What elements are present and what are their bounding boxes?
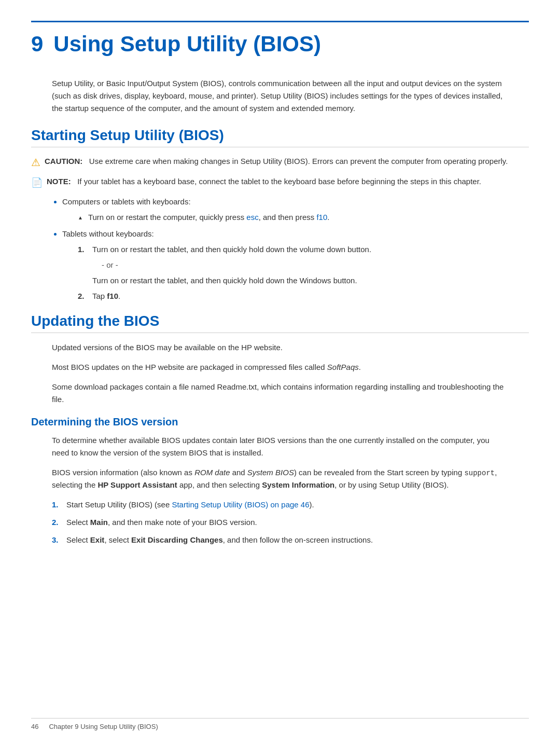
- step-d2-num: 2.: [52, 516, 66, 529]
- page-footer: 46 Chapter 9 Using Setup Utility (BIOS): [31, 718, 529, 730]
- section-starting: Starting Setup Utility (BIOS) ⚠ CAUTION:…: [31, 127, 529, 302]
- determining-step-1: 1. Start Setup Utility (BIOS) (see Start…: [52, 499, 529, 511]
- system-info-bold: System Information: [262, 480, 334, 489]
- subsection-heading-determining: Determining the BIOS version: [31, 416, 529, 428]
- determining-step-3: 3. Select Exit, select Exit Discarding C…: [52, 534, 529, 546]
- step-1-content: Turn on or restart the tablet, and then …: [92, 243, 371, 287]
- caution-icon: ⚠: [31, 156, 40, 169]
- step-2-num: 2.: [78, 290, 92, 302]
- sub-bullet-esc-text: Turn on or restart the computer, quickly…: [88, 211, 330, 224]
- note-box: 📄 NOTE: If your tablet has a keyboard ba…: [31, 176, 529, 188]
- step-d2-text: Select Main, and then make note of your …: [66, 516, 257, 529]
- determining-step-2: 2. Select Main, and then make note of yo…: [52, 516, 529, 529]
- softpaqs-italic: SoftPaqs: [327, 363, 359, 371]
- note-label: NOTE:: [47, 177, 71, 186]
- determining-para2: BIOS version information (also known as …: [52, 466, 508, 491]
- step-2-text: Tap f10.: [92, 290, 120, 302]
- step-d3-num: 3.: [52, 534, 66, 546]
- caution-label: CAUTION:: [45, 157, 82, 165]
- caution-text: CAUTION: Use extreme care when making ch…: [45, 156, 508, 168]
- bullet-item-computers: Computers or tablets with keyboards: ▲ T…: [62, 196, 529, 224]
- caution-box: ⚠ CAUTION: Use extreme care when making …: [31, 156, 529, 169]
- sub-bullet-esc: ▲ Turn on or restart the computer, quick…: [78, 211, 529, 224]
- footer-page-num: 46: [31, 723, 38, 730]
- system-bios-italic: System BIOS: [247, 468, 294, 477]
- tablets-step-1: 1. Turn on or restart the tablet, and th…: [78, 243, 529, 287]
- tablets-steps: 1. Turn on or restart the tablet, and th…: [78, 243, 529, 302]
- note-text: NOTE: If your tablet has a keyboard base…: [47, 176, 481, 188]
- chapter-number: 9: [31, 32, 43, 56]
- support-code: support: [464, 469, 495, 477]
- section-heading-starting: Starting Setup Utility (BIOS): [31, 127, 529, 147]
- note-icon: 📄: [31, 177, 43, 188]
- rom-date-italic: ROM date: [194, 468, 230, 477]
- intro-paragraph: Setup Utility, or Basic Input/Output Sys…: [52, 77, 508, 115]
- footer-chapter-text: Chapter 9 Using Setup Utility (BIOS): [49, 723, 158, 730]
- updating-para3: Some download packages contain a file na…: [52, 381, 508, 406]
- note-body: If your tablet has a keyboard base, conn…: [77, 177, 481, 186]
- step-d1-num: 1.: [52, 499, 66, 511]
- triangle-icon: ▲: [78, 214, 83, 222]
- section-heading-updating: Updating the BIOS: [31, 313, 529, 333]
- updating-para2: Most BIOS updates on the HP website are …: [52, 361, 508, 374]
- caution-body: Use extreme care when making changes in …: [89, 157, 508, 165]
- main-bullet-list: Computers or tablets with keyboards: ▲ T…: [62, 196, 529, 302]
- determining-para1: To determine whether available BIOS upda…: [52, 434, 508, 459]
- sub-bullet-computers: ▲ Turn on or restart the computer, quick…: [78, 211, 529, 224]
- step-1-num: 1.: [78, 243, 92, 256]
- step-d1-text: Start Setup Utility (BIOS) (see Starting…: [66, 499, 314, 511]
- hp-support-bold: HP Support Assistant: [97, 480, 177, 489]
- tablets-step-2: 2. Tap f10.: [78, 290, 529, 302]
- determining-steps: 1. Start Setup Utility (BIOS) (see Start…: [52, 499, 529, 546]
- chapter-header: 9Using Setup Utility (BIOS): [31, 21, 529, 57]
- f10-link: f10: [316, 213, 327, 222]
- updating-para1: Updated versions of the BIOS may be avai…: [52, 341, 508, 354]
- bullet-computers-label: Computers or tablets with keyboards:: [62, 197, 191, 206]
- or-continuation: Turn on or restart the tablet, and then …: [92, 274, 371, 287]
- step-1-text: Turn on or restart the tablet, and then …: [92, 245, 371, 254]
- subsection-determining: Determining the BIOS version To determin…: [31, 416, 529, 546]
- chapter-title: Using Setup Utility (BIOS): [53, 32, 321, 56]
- esc-link: esc: [246, 213, 258, 222]
- bullet-item-tablets: Tablets without keyboards: 1. Turn on or…: [62, 228, 529, 302]
- section-updating: Updating the BIOS Updated versions of th…: [31, 313, 529, 546]
- or-text: - or -: [102, 259, 371, 271]
- step-d3-text: Select Exit, select Exit Discarding Chan…: [66, 534, 373, 546]
- starting-bios-link[interactable]: Starting Setup Utility (BIOS) on page 46: [172, 500, 309, 509]
- bullet-tablets-label: Tablets without keyboards:: [62, 229, 154, 238]
